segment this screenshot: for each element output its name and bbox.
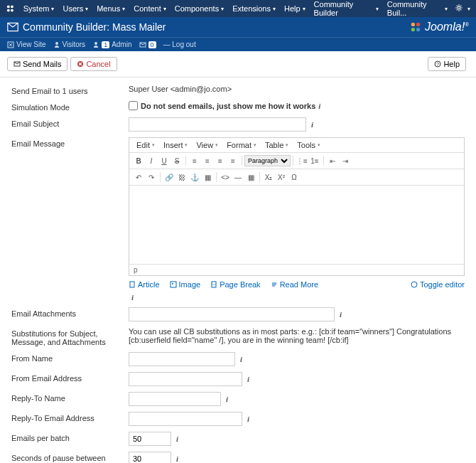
outdent-icon[interactable]: ⇤ xyxy=(326,154,339,167)
info-icon[interactable]: i xyxy=(318,102,320,110)
svg-rect-18 xyxy=(130,282,134,287)
strikethrough-icon[interactable]: S xyxy=(171,154,183,167)
admin-link[interactable]: 1 Admin xyxy=(92,41,131,48)
action-toolbar: Send Mails Cancel ? Help xyxy=(0,51,476,78)
code-icon[interactable]: <> xyxy=(219,171,232,183)
svg-point-8 xyxy=(411,28,414,31)
editor-menubar: Edit Insert View Format Table Tools xyxy=(129,138,464,153)
align-left-icon[interactable]: ≡ xyxy=(188,154,201,167)
menu-content[interactable]: Content xyxy=(129,4,171,13)
editor-extra-buttons: Article Image Page Break Read More Toggl… xyxy=(129,276,465,293)
menu-menus[interactable]: Menus xyxy=(92,4,129,13)
attachments-input[interactable] xyxy=(129,307,335,321)
svg-point-20 xyxy=(172,283,173,284)
align-justify-icon[interactable]: ≡ xyxy=(227,154,239,167)
menu-extensions[interactable]: Extensions xyxy=(228,4,280,13)
svg-point-9 xyxy=(416,28,420,31)
editor-menu-insert[interactable]: Insert xyxy=(159,139,193,151)
align-center-icon[interactable]: ≡ xyxy=(201,154,214,167)
table-icon[interactable]: ▦ xyxy=(244,171,257,183)
menu-components[interactable]: Components xyxy=(171,4,228,13)
cancel-button[interactable]: Cancel xyxy=(70,57,117,71)
editor-body[interactable] xyxy=(129,186,464,264)
link-icon[interactable]: 🔗 xyxy=(163,171,175,183)
info-icon[interactable]: i xyxy=(131,293,134,302)
info-icon[interactable]: i xyxy=(311,120,313,129)
editor-toolbar-1: B I U S ≡ ≡ ≡ ≡ Paragraph ⋮≡ 1≡ ⇤ ⇥ xyxy=(129,153,464,169)
toggle-editor-button[interactable]: Toggle editor xyxy=(411,280,465,289)
indent-icon[interactable]: ⇥ xyxy=(339,154,352,167)
svg-rect-19 xyxy=(171,282,176,287)
info-icon[interactable]: i xyxy=(226,395,228,403)
undo-icon[interactable]: ↶ xyxy=(132,171,145,183)
svg-point-4 xyxy=(458,6,460,9)
hr-icon[interactable]: — xyxy=(232,171,244,183)
svg-point-6 xyxy=(411,23,414,26)
article-button[interactable]: Article xyxy=(129,280,160,289)
editor-menu-view[interactable]: View xyxy=(192,139,222,151)
image-icon[interactable]: ▦ xyxy=(201,171,214,183)
send-to-value: Super User <admin@jo.com> xyxy=(129,85,465,93)
image-button[interactable]: Image xyxy=(170,280,201,289)
svg-point-7 xyxy=(416,23,420,26)
number-list-icon[interactable]: 1≡ xyxy=(308,154,321,167)
svg-point-0 xyxy=(7,6,10,9)
anchor-icon[interactable]: ⚓ xyxy=(188,171,201,183)
pagebreak-button[interactable]: Page Break xyxy=(210,280,260,289)
messages-link[interactable]: 0 xyxy=(139,41,156,48)
info-icon[interactable]: i xyxy=(247,375,249,383)
redo-icon[interactable]: ↷ xyxy=(145,171,158,183)
from-name-input[interactable] xyxy=(129,352,235,366)
from-email-label: From Email Address xyxy=(11,372,129,383)
italic-icon[interactable]: I xyxy=(145,154,158,167)
bold-icon[interactable]: B xyxy=(132,154,145,167)
subscript-icon[interactable]: X₂ xyxy=(262,171,275,183)
svg-point-3 xyxy=(11,9,13,12)
info-icon[interactable]: i xyxy=(176,435,178,443)
editor-menu-format[interactable]: Format xyxy=(222,139,261,151)
underline-icon[interactable]: U xyxy=(158,154,171,167)
send-mails-button[interactable]: Send Mails xyxy=(7,57,67,71)
gear-icon[interactable] xyxy=(452,4,466,14)
attachments-label: Email Attachments xyxy=(11,307,129,318)
rich-text-editor: Edit Insert View Format Table Tools B I … xyxy=(129,137,465,276)
svg-point-23 xyxy=(411,282,417,287)
readmore-button[interactable]: Read More xyxy=(271,280,318,289)
special-char-icon[interactable]: Ω xyxy=(288,171,301,183)
menu-help[interactable]: Help xyxy=(280,4,310,13)
menu-community-builder[interactable]: Community Builder xyxy=(310,0,383,17)
pause-input[interactable] xyxy=(129,452,171,463)
simulation-checkbox-label: Do not send emails, just show me how it … xyxy=(141,102,315,110)
menu-system[interactable]: System xyxy=(19,4,59,13)
info-icon[interactable]: i xyxy=(176,454,178,463)
info-icon[interactable]: i xyxy=(247,415,249,423)
from-name-label: From Name xyxy=(11,352,129,363)
logout-link[interactable]: — Log out xyxy=(163,41,196,48)
menu-users[interactable]: Users xyxy=(58,4,92,13)
help-button[interactable]: ? Help xyxy=(428,57,466,71)
reply-email-input[interactable] xyxy=(129,412,242,426)
visitors-link[interactable]: Visitors xyxy=(53,41,86,48)
from-email-input[interactable] xyxy=(129,372,242,386)
superscript-icon[interactable]: X² xyxy=(275,171,288,183)
bullet-list-icon[interactable]: ⋮≡ xyxy=(296,154,308,167)
subject-input[interactable] xyxy=(129,117,306,132)
status-bar: View Site Visitors 1 Admin 0 — Log out xyxy=(0,37,476,51)
unlink-icon[interactable]: ⛓ xyxy=(175,171,188,183)
top-menubar: System Users Menus Content Components Ex… xyxy=(0,0,476,17)
per-batch-input[interactable] xyxy=(129,432,171,446)
simulation-checkbox[interactable] xyxy=(129,101,138,110)
format-select[interactable]: Paragraph xyxy=(244,155,291,166)
substitutions-text: You can use all CB substitutions as in m… xyxy=(129,327,465,344)
menu-site-name[interactable]: Community Buil... xyxy=(383,0,452,17)
editor-menu-table[interactable]: Table xyxy=(261,139,293,151)
editor-menu-edit[interactable]: Edit xyxy=(132,139,159,151)
info-icon[interactable]: i xyxy=(240,355,242,363)
info-icon[interactable]: i xyxy=(340,310,342,319)
reply-name-input[interactable] xyxy=(129,392,221,406)
align-right-icon[interactable]: ≡ xyxy=(214,154,227,167)
substitutions-label: Substitutions for Subject, Message, and … xyxy=(11,327,129,346)
view-site-link[interactable]: View Site xyxy=(7,41,46,48)
editor-menu-tools[interactable]: Tools xyxy=(293,139,325,151)
reply-email-label: Reply-To Email Address xyxy=(11,412,129,422)
